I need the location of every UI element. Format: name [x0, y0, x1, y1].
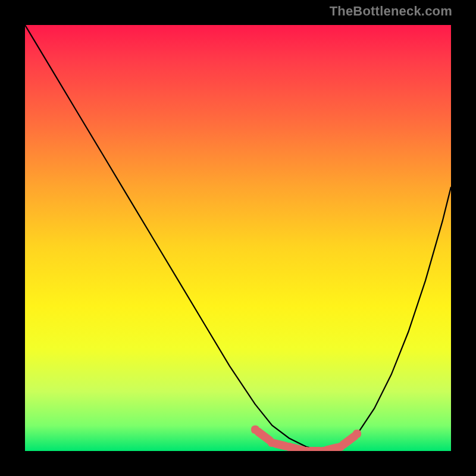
marker-segment [288, 443, 307, 451]
plot-area [25, 25, 451, 451]
highlight-markers [25, 25, 451, 451]
marker-segment [338, 431, 360, 450]
watermark-text: TheBottleneck.com [330, 4, 452, 19]
marker-segment [306, 447, 324, 451]
chart-frame: TheBottleneck.com [0, 0, 476, 476]
marker-segment [271, 439, 290, 451]
marker-segment [322, 443, 341, 451]
